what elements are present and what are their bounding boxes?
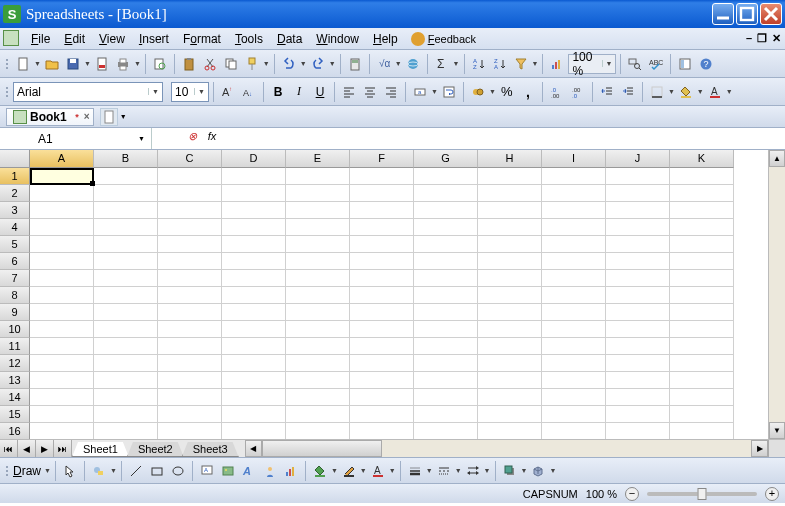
menu-format[interactable]: Format	[176, 30, 228, 48]
cell[interactable]	[542, 406, 606, 423]
cell[interactable]	[222, 406, 286, 423]
cell[interactable]	[478, 338, 542, 355]
cell[interactable]	[286, 304, 350, 321]
column-header[interactable]: G	[414, 150, 478, 168]
cell[interactable]	[478, 406, 542, 423]
cell[interactable]	[606, 168, 670, 185]
cell[interactable]	[670, 253, 734, 270]
select-all-corner[interactable]	[0, 150, 30, 168]
cell[interactable]	[350, 219, 414, 236]
cell[interactable]	[286, 287, 350, 304]
cell[interactable]	[350, 202, 414, 219]
cell[interactable]	[94, 270, 158, 287]
cell[interactable]	[414, 185, 478, 202]
export-pdf-button[interactable]	[92, 54, 112, 74]
scroll-up-button[interactable]: ▲	[769, 150, 785, 167]
cell[interactable]	[30, 406, 94, 423]
prev-sheet-button[interactable]: ◀	[18, 440, 36, 457]
cell[interactable]	[478, 389, 542, 406]
cell[interactable]	[414, 304, 478, 321]
font-size-combo[interactable]: 10▼	[171, 82, 209, 102]
cell[interactable]	[670, 321, 734, 338]
cell[interactable]	[350, 355, 414, 372]
help-button[interactable]: ?	[696, 54, 716, 74]
cell[interactable]	[222, 202, 286, 219]
arrow-style-button[interactable]	[463, 461, 483, 481]
cell[interactable]	[222, 270, 286, 287]
document-tab[interactable]: Book1 * ×	[6, 108, 94, 126]
cell[interactable]	[478, 270, 542, 287]
paste-button[interactable]	[179, 54, 199, 74]
cell[interactable]	[670, 304, 734, 321]
cell[interactable]	[606, 355, 670, 372]
dash-style-button[interactable]	[434, 461, 454, 481]
document-icon[interactable]	[3, 30, 19, 46]
sort-asc-button[interactable]: AZ	[469, 54, 489, 74]
cell[interactable]	[606, 321, 670, 338]
new-button[interactable]	[13, 54, 33, 74]
cell[interactable]	[158, 253, 222, 270]
cell[interactable]	[606, 202, 670, 219]
mdi-restore-button[interactable]: ❐	[757, 32, 767, 45]
cell[interactable]	[478, 168, 542, 185]
zoom-slider-thumb[interactable]	[698, 488, 707, 500]
textbox-button[interactable]: A	[197, 461, 217, 481]
rectangle-button[interactable]	[147, 461, 167, 481]
cell[interactable]	[670, 423, 734, 439]
font-combo[interactable]: Arial▼	[13, 82, 163, 102]
cell[interactable]	[94, 389, 158, 406]
cell[interactable]	[606, 253, 670, 270]
mdi-close-button[interactable]: ✕	[772, 32, 781, 45]
last-sheet-button[interactable]: ⏭	[54, 440, 72, 457]
cell[interactable]	[286, 406, 350, 423]
document-map-button[interactable]	[675, 54, 695, 74]
vertical-scrollbar[interactable]: ▲ ▼	[768, 150, 785, 439]
fill-color-draw-button[interactable]	[310, 461, 330, 481]
menu-file[interactable]: FFileile	[24, 30, 57, 48]
cell[interactable]	[30, 321, 94, 338]
cell[interactable]	[350, 423, 414, 439]
cell[interactable]	[158, 321, 222, 338]
sort-desc-button[interactable]: ZA	[490, 54, 510, 74]
cell[interactable]	[414, 236, 478, 253]
cell[interactable]	[286, 202, 350, 219]
cell[interactable]	[414, 338, 478, 355]
maximize-button[interactable]	[736, 3, 758, 25]
cell[interactable]	[158, 355, 222, 372]
wrap-text-button[interactable]	[439, 82, 459, 102]
cell[interactable]	[30, 185, 94, 202]
insert-function-button[interactable]: fx	[204, 128, 220, 144]
cell[interactable]	[478, 219, 542, 236]
cell[interactable]	[542, 270, 606, 287]
toolbar-grip[interactable]	[6, 87, 12, 97]
format-painter-button[interactable]	[242, 54, 262, 74]
cell[interactable]	[350, 338, 414, 355]
hscroll-thumb[interactable]	[262, 440, 382, 457]
cell[interactable]	[158, 338, 222, 355]
cell[interactable]	[606, 219, 670, 236]
cell[interactable]	[414, 287, 478, 304]
cell[interactable]	[94, 338, 158, 355]
cell[interactable]	[158, 270, 222, 287]
cell[interactable]	[542, 338, 606, 355]
cell[interactable]	[286, 321, 350, 338]
undo-button[interactable]	[279, 54, 299, 74]
cell[interactable]	[30, 389, 94, 406]
column-header[interactable]: K	[670, 150, 734, 168]
horizontal-scrollbar[interactable]: ◀ ▶	[245, 440, 768, 457]
cell[interactable]	[350, 287, 414, 304]
column-header[interactable]: C	[158, 150, 222, 168]
cell[interactable]	[222, 304, 286, 321]
cell[interactable]	[30, 202, 94, 219]
cell-reference-input[interactable]: A1▼	[32, 128, 152, 149]
cell[interactable]	[30, 304, 94, 321]
cell[interactable]	[30, 168, 94, 185]
cell[interactable]	[478, 202, 542, 219]
column-header[interactable]: J	[606, 150, 670, 168]
zoom-out-button[interactable]: −	[625, 487, 639, 501]
cell[interactable]	[286, 253, 350, 270]
cell[interactable]	[606, 185, 670, 202]
cell[interactable]	[350, 304, 414, 321]
increase-font-button[interactable]: A↑	[218, 82, 238, 102]
decrease-font-button[interactable]: A↓	[239, 82, 259, 102]
